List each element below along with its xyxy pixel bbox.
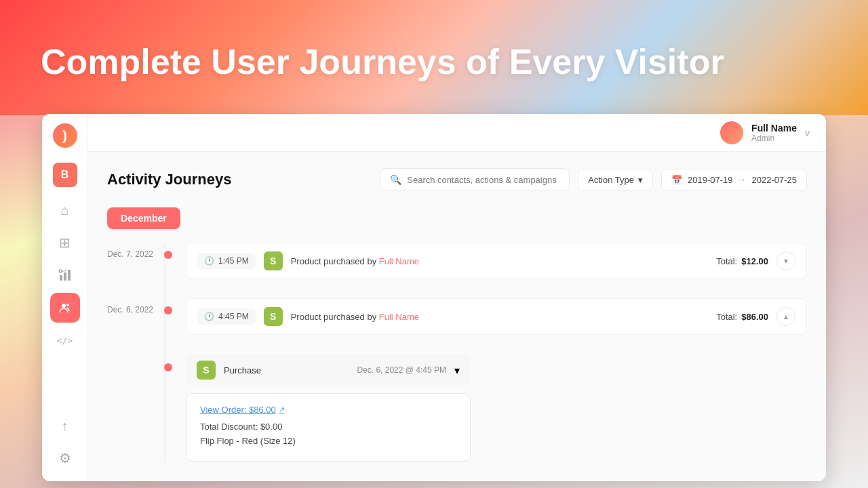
search-box: 🔍 [380,168,570,191]
svg-point-3 [59,270,62,272]
expanded-section: S Purchase Dec. 6, 2022 @ 4:45 PM ▾ [107,354,807,462]
header-controls: 🔍 Action Type ▾ 📅 2019-07-19 → 2022-07-2… [380,168,807,191]
discount-row: Total Discount: $0.00 [200,422,456,432]
entry-card-1: 🕐 1:45 PM S Product purchased by Full Na… [186,243,807,279]
external-link-icon: ↗ [279,405,285,414]
sidebar-bottom: ↑ ⚙ [50,411,80,473]
code-icon: </> [57,336,73,346]
sidebar-item-people[interactable] [50,293,80,323]
chart-icon [58,268,72,282]
date-from: 2019-07-19 [688,175,733,185]
app-window: ) B ⌂ ⊞ </> [42,114,826,481]
total-label-1: Total: [716,256,737,266]
entry-total-2: Total: $86.00 [716,312,768,322]
shopify-icon-2: S [264,307,283,326]
action-type-filter[interactable]: Action Type ▾ [578,169,653,191]
entry-card-2: 🕐 4:45 PM S Product purchased by Full Na… [186,298,807,335]
sidebar: ) B ⌂ ⊞ </> [42,114,88,481]
sidebar-item-chart[interactable] [50,260,80,290]
timeline-container: December Dec. 7, 2022 🕐 1:45 PM S [107,207,807,462]
purchase-date: Dec. 6, 2022 @ 4:45 PM [357,365,446,375]
sidebar-avatar: B [53,163,77,187]
sidebar-logo: ) [52,122,79,149]
purchase-dot [164,363,172,371]
clock-icon-2: 🕐 [204,312,214,321]
date-range[interactable]: 📅 2019-07-19 → 2022-07-25 [661,169,807,191]
user-avatar [720,121,743,144]
search-input[interactable] [407,175,559,185]
user-info: Full Name Admin [751,123,797,143]
purchase-detail-card: View Order: $86.00 ↗ Total Discount: $0.… [186,393,471,462]
entry-link-2[interactable]: Full Name [379,312,419,322]
filter-label: Action Type [588,175,634,185]
purchase-label: Purchase [224,365,349,375]
month-badge: December [107,207,180,229]
time-value-2: 4:45 PM [218,312,249,321]
upload-icon: ↑ [62,418,68,434]
total-amount-2: $86.00 [741,312,768,322]
total-label-2: Total: [716,312,737,322]
entry-text-2: Product purchased by Full Name [291,312,708,322]
user-role: Admin [751,134,797,143]
main-content: Full Name Admin v Activity Journeys 🔍 Ac… [88,114,826,481]
svg-rect-0 [60,275,62,281]
purchase-chevron-icon: ▾ [454,364,460,377]
settings-icon: ⚙ [59,450,71,466]
purchase-row: S Purchase Dec. 6, 2022 @ 4:45 PM ▾ [186,354,807,386]
calendar-icon: 📅 [671,175,682,185]
sidebar-item-home[interactable]: ⌂ [50,195,80,225]
sidebar-item-grid[interactable]: ⊞ [50,228,80,258]
people-icon [58,301,72,314]
entry-date-1: Dec. 7, 2022 [107,243,164,259]
shopify-icon-1: S [264,251,283,270]
discount-value: $0.00 [260,422,283,432]
purchase-expand-btn[interactable]: ▾ [454,364,460,377]
expand-btn-1[interactable]: ▾ [776,251,795,270]
time-value-1: 1:45 PM [218,256,249,266]
date-arrow: → [738,175,747,184]
entry-dot-2 [164,306,172,314]
sidebar-item-settings[interactable]: ⚙ [50,443,80,473]
purchase-card: S Purchase Dec. 6, 2022 @ 4:45 PM ▾ [186,354,471,386]
entry-date-2: Dec. 6, 2022 [107,298,164,314]
user-name: Full Name [751,123,797,134]
shopify-icon-purchase: S [197,361,216,380]
grid-icon: ⊞ [59,235,71,251]
journey-entry-1: Dec. 7, 2022 🕐 1:45 PM S Product purchas… [107,243,807,279]
journey-entry-2: Dec. 6, 2022 🕐 4:45 PM S Product purchas… [107,298,807,335]
page-header: Activity Journeys 🔍 Action Type ▾ 📅 2019… [107,168,807,191]
sidebar-item-upload[interactable]: ↑ [50,411,80,441]
entry-total-1: Total: $12.00 [716,256,768,266]
svg-point-5 [66,304,69,306]
order-link[interactable]: View Order: $86.00 ↗ [200,405,456,415]
page-title: Activity Journeys [107,171,231,188]
total-amount-1: $12.00 [741,256,768,266]
logo-icon: ) [53,123,77,148]
hero-title: Complete User Journeys of Every Visitor [41,41,827,83]
svg-rect-2 [68,270,71,281]
home-icon: ⌂ [60,203,68,218]
discount-label: Total Discount: [200,422,258,432]
header-chevron[interactable]: v [805,127,810,138]
date-to: 2022-07-25 [752,175,797,185]
order-link-text: View Order: $86.00 [200,405,276,415]
entry-dot-1 [164,251,172,259]
sidebar-item-code[interactable]: </> [50,325,80,355]
entry-link-1[interactable]: Full Name [379,256,419,266]
product-label: Flip Flop - Red (Size 12) [200,436,296,446]
search-icon: 🔍 [390,174,401,185]
time-badge-1: 🕐 1:45 PM [197,253,256,269]
clock-icon-1: 🕐 [204,256,214,266]
page-area: Activity Journeys 🔍 Action Type ▾ 📅 2019… [88,152,826,481]
entry-text-1: Product purchased by Full Name [291,256,708,266]
time-badge-2: 🕐 4:45 PM [197,308,256,325]
product-row: Flip Flop - Red (Size 12) [200,436,456,446]
svg-point-4 [62,304,66,308]
expand-btn-2[interactable]: ▴ [776,307,795,326]
top-header: Full Name Admin v [88,114,826,152]
filter-chevron-icon: ▾ [638,175,643,185]
svg-rect-1 [64,272,66,281]
